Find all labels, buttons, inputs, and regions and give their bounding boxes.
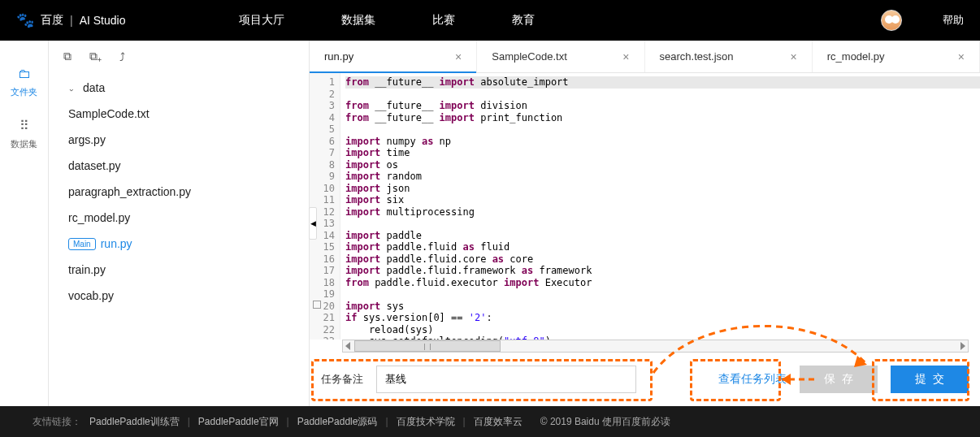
left-tab-files-label: 文件夹 — [11, 86, 37, 98]
close-icon[interactable]: × — [622, 50, 629, 63]
editor-column: ◀ run.py × SampleCode.txt × search.test.… — [309, 41, 980, 406]
code-editor[interactable]: 123456789101112131415161718192021222324 … — [310, 73, 980, 340]
avatar[interactable] — [881, 10, 902, 31]
footer-link-4[interactable]: 百度效率云 — [474, 415, 523, 429]
file-vocab[interactable]: vocab.py — [62, 283, 309, 309]
nav-datasets[interactable]: 数据集 — [341, 13, 375, 28]
close-icon[interactable]: × — [791, 50, 797, 63]
line-gutter: 123456789101112131415161718192021222324 — [310, 73, 340, 340]
baidu-paw-icon: 🐾 — [16, 11, 34, 29]
footer: 友情链接： PaddlePaddle训练营| PaddlePaddle官网| P… — [0, 406, 980, 437]
help-link[interactable]: 帮助 — [943, 13, 964, 28]
folder-data[interactable]: data — [62, 75, 309, 101]
footer-copyright: © 2019 Baidu 使用百度前必读 — [540, 415, 670, 429]
left-tab-datasets[interactable]: ⠿ 数据集 — [0, 108, 48, 160]
collapse-handle[interactable]: ◀ — [309, 207, 317, 240]
footer-link-2[interactable]: PaddlePaddle源码 — [297, 415, 378, 429]
file-rc-model[interactable]: rc_model.py — [62, 205, 309, 231]
main-area: 🗀 文件夹 ⠿ 数据集 ⧉ ⧉₊ ⤴ data SampleCode.txt a… — [0, 41, 980, 406]
task-note-label: 任务备注 — [321, 372, 363, 387]
nav-competition[interactable]: 比赛 — [432, 13, 455, 28]
view-task-list-link[interactable]: 查看任务列表 — [718, 372, 787, 387]
new-folder-icon[interactable]: ⧉₊ — [89, 50, 102, 63]
file-run-label: run.py — [101, 237, 132, 250]
submit-button[interactable]: 提交 — [891, 366, 969, 393]
left-tab-files[interactable]: 🗀 文件夹 — [0, 57, 48, 108]
file-dataset[interactable]: dataset.py — [62, 153, 309, 179]
scrollbar-thumb[interactable] — [354, 340, 501, 352]
file-toolbar: ⧉ ⧉₊ ⤴ — [49, 41, 309, 73]
folder-icon: 🗀 — [18, 67, 31, 81]
nav-education[interactable]: 教育 — [512, 13, 535, 28]
tab-search-test[interactable]: search.test.json × — [645, 41, 813, 72]
footer-label: 友情链接： — [33, 415, 81, 429]
file-run[interactable]: Main run.py — [62, 231, 309, 257]
logo: 🐾 百度 | AI Studio — [16, 11, 125, 29]
nav-projects[interactable]: 项目大厅 — [239, 13, 284, 28]
file-list: data SampleCode.txt args.py dataset.py p… — [49, 73, 309, 309]
logo-divider: | — [70, 14, 73, 27]
close-icon[interactable]: × — [455, 50, 462, 63]
top-nav: 项目大厅 数据集 比赛 教育 — [239, 13, 535, 28]
tab-search-test-label: search.test.json — [660, 50, 734, 63]
footer-link-1[interactable]: PaddlePaddle官网 — [198, 415, 279, 429]
editor-tabs: run.py × SampleCode.txt × search.test.js… — [310, 41, 980, 73]
left-tab-datasets-label: 数据集 — [11, 138, 37, 150]
file-args[interactable]: args.py — [62, 127, 309, 153]
close-icon[interactable]: × — [958, 50, 965, 63]
tab-samplecode-label: SampleCode.txt — [492, 50, 567, 63]
logo-brand: 百度 — [41, 13, 63, 28]
tab-run[interactable]: run.py × — [310, 41, 477, 72]
file-samplecode[interactable]: SampleCode.txt — [62, 101, 309, 127]
tab-rc-model-label: rc_model.py — [827, 50, 885, 63]
new-file-icon[interactable]: ⧉ — [63, 50, 72, 63]
horizontal-scrollbar[interactable] — [342, 340, 969, 353]
file-paragraph-extraction[interactable]: paragraph_extraction.py — [62, 179, 309, 205]
file-train[interactable]: train.py — [62, 257, 309, 283]
save-button[interactable]: 保存 — [800, 366, 878, 393]
footer-link-0[interactable]: PaddlePaddle训练营 — [89, 415, 180, 429]
upload-icon[interactable]: ⤴ — [119, 50, 125, 63]
code-body[interactable]: from __future__ import absolute_import f… — [340, 73, 980, 340]
dataset-icon: ⠿ — [20, 118, 29, 133]
main-badge: Main — [68, 238, 96, 250]
task-note-input[interactable] — [376, 366, 636, 393]
file-explorer: ⧉ ⧉₊ ⤴ data SampleCode.txt args.py datas… — [49, 41, 309, 406]
left-rail: 🗀 文件夹 ⠿ 数据集 — [0, 41, 49, 406]
logo-product: AI Studio — [80, 14, 126, 27]
task-bar: 任务备注 查看任务列表 保存 提交 — [310, 353, 980, 406]
tab-run-label: run.py — [324, 50, 353, 63]
tab-rc-model[interactable]: rc_model.py × — [813, 41, 980, 72]
top-header: 🐾 百度 | AI Studio 项目大厅 数据集 比赛 教育 帮助 — [0, 0, 980, 41]
tab-samplecode[interactable]: SampleCode.txt × — [477, 41, 644, 72]
footer-link-3[interactable]: 百度技术学院 — [397, 415, 455, 429]
